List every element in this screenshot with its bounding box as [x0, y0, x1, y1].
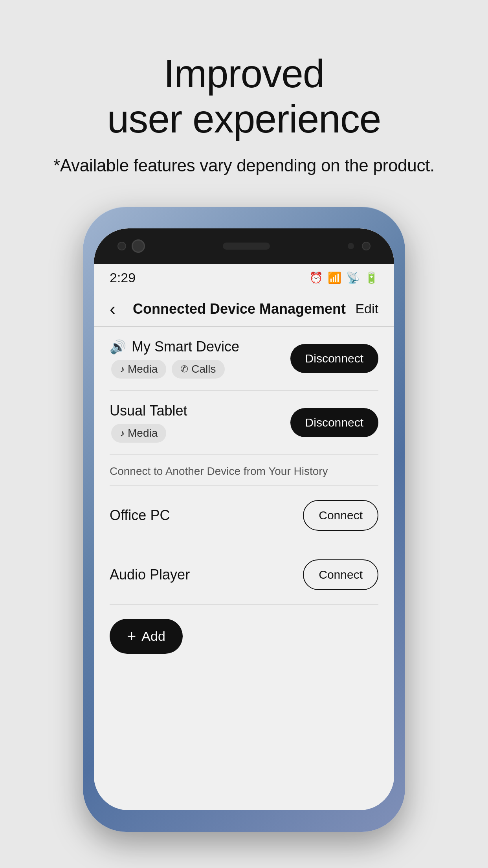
media-tag-label: Media — [128, 363, 158, 375]
camera-dot-small — [117, 242, 126, 250]
history-item-audio-player: Audio Player Connect — [110, 545, 378, 605]
hero-subtitle: *Available features vary depending on th… — [53, 156, 435, 175]
disconnect-button-smart[interactable]: Disconnect — [290, 344, 378, 373]
plus-icon: + — [127, 627, 136, 645]
phone-notch — [94, 228, 394, 264]
device-info-smart: 🔊 My Smart Device ♪ Media ✆ Calls — [110, 338, 239, 379]
device-info-tablet: Usual Tablet ♪ Media — [110, 403, 187, 443]
add-label: Add — [141, 629, 165, 644]
phone-shell: 2:29 ⏰ 📶 📡 🔋 ‹ Connected Device Manageme… — [83, 207, 405, 832]
hero-headline: Improveduser experience — [107, 51, 381, 142]
add-button[interactable]: + Add — [110, 619, 183, 654]
sensor-dot — [348, 243, 354, 249]
history-section-header: Connect to Another Device from Your Hist… — [110, 455, 378, 486]
content-area: 🔊 My Smart Device ♪ Media ✆ Calls — [94, 327, 394, 810]
media-tag-tablet: ♪ Media — [111, 424, 166, 443]
front-camera — [362, 242, 371, 250]
connect-button-office-pc[interactable]: Connect — [303, 500, 378, 531]
signal-icon: 📡 — [346, 271, 360, 284]
status-bar: 2:29 ⏰ 📶 📡 🔋 — [94, 264, 394, 291]
camera-dot-main — [132, 239, 145, 253]
phone-screen: 2:29 ⏰ 📶 📡 🔋 ‹ Connected Device Manageme… — [94, 228, 394, 810]
status-icons: ⏰ 📶 📡 🔋 — [309, 271, 378, 284]
office-pc-name: Office PC — [110, 507, 170, 524]
tablet-device-name: Usual Tablet — [110, 403, 187, 419]
smart-device-name: My Smart Device — [132, 338, 239, 355]
phone-wrapper: 2:29 ⏰ 📶 📡 🔋 ‹ Connected Device Manageme… — [83, 207, 405, 851]
device-item-usual-tablet: Usual Tablet ♪ Media Disconnect — [110, 391, 378, 455]
audio-player-name: Audio Player — [110, 566, 190, 583]
notch-right — [348, 242, 371, 250]
phone-icon: ✆ — [180, 364, 188, 375]
tablet-device-tags: ♪ Media — [111, 424, 187, 443]
media-tag-label-tablet: Media — [128, 427, 158, 440]
nav-title: Connected Device Management — [123, 301, 356, 317]
smart-device-icon: 🔊 — [110, 339, 126, 355]
connect-button-audio-player[interactable]: Connect — [303, 559, 378, 590]
speaker-bar — [223, 243, 270, 250]
music-note-icon: ♪ — [120, 364, 125, 375]
smart-device-tags: ♪ Media ✆ Calls — [111, 360, 239, 379]
history-item-office-pc: Office PC Connect — [110, 486, 378, 545]
edit-button[interactable]: Edit — [355, 301, 378, 316]
disconnect-button-tablet[interactable]: Disconnect — [290, 408, 378, 437]
device-header-tablet: Usual Tablet — [110, 403, 187, 419]
device-item-my-smart-device: 🔊 My Smart Device ♪ Media ✆ Calls — [110, 327, 378, 391]
nav-bar: ‹ Connected Device Management Edit — [94, 291, 394, 327]
battery-icon: 🔋 — [365, 271, 378, 284]
media-tag-smart: ♪ Media — [111, 360, 166, 379]
back-button[interactable]: ‹ — [110, 299, 116, 319]
calls-tag-label: Calls — [191, 363, 216, 375]
status-time: 2:29 — [110, 270, 136, 285]
top-section: Improveduser experience *Available featu… — [0, 0, 488, 175]
wifi-icon: 📶 — [328, 271, 341, 284]
alarm-icon: ⏰ — [309, 271, 323, 284]
calls-tag-smart: ✆ Calls — [172, 360, 224, 379]
music-note-icon-tablet: ♪ — [120, 428, 125, 439]
device-header-smart: 🔊 My Smart Device — [110, 338, 239, 355]
notch-left — [117, 239, 145, 253]
